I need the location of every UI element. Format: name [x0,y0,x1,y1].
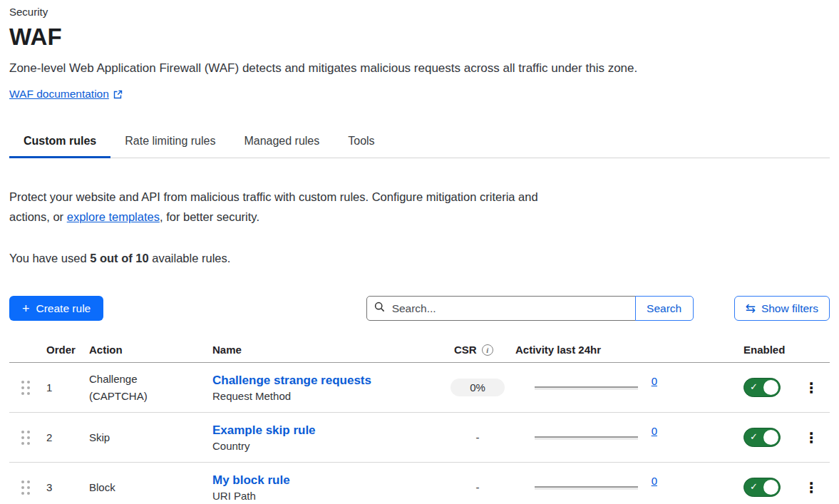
rules-toolbar: + Create rule Search ⇆ Show filt [9,296,830,321]
activity-cell: 0 [510,375,663,401]
rules-table-header: Order Action Name CSR i Activity last 24… [9,339,830,363]
csr-label: CSR [454,344,477,356]
enabled-toggle[interactable]: ✓ [743,478,781,497]
rule-order: 1 [37,381,80,394]
header-action: Action [80,344,203,356]
rules-usage-summary: You have used 5 out of 10 available rule… [9,252,830,265]
csr-value: 0% [451,379,505,396]
kebab-menu-icon[interactable]: ⋮ [798,478,824,498]
intro-text-after: , for better security. [160,210,259,223]
csr-value: - [476,431,480,443]
header-csr: CSR i [446,344,510,356]
tab-custom-rules[interactable]: Custom rules [9,125,110,158]
rule-name-link[interactable]: Example skip rule [212,423,446,438]
waf-page: Security WAF Zone-level Web Application … [0,0,839,504]
activity-count-link[interactable]: 0 [652,425,657,437]
kebab-menu-icon[interactable]: ⋮ [798,428,824,448]
activity-sparkline [535,436,638,440]
toggle-knob [763,380,778,395]
explore-templates-link[interactable]: explore templates [67,210,160,223]
swap-arrows-icon: ⇆ [746,302,756,314]
rule-action: Skip [80,429,203,446]
search-input[interactable] [391,302,628,316]
kebab-menu-icon[interactable]: ⋮ [798,378,824,398]
rule-match-field: URI Path [212,490,446,502]
rule-action: Block [80,479,203,496]
drag-handle-icon[interactable] [21,431,30,445]
header-name: Name [203,344,446,356]
table-row: 3 Block My block rule URI Path - 0 ✓ ⋮ [9,463,830,504]
search-combo: Search [366,296,694,321]
enabled-toggle[interactable]: ✓ [743,378,781,397]
search-button[interactable]: Search [635,296,694,321]
csr-value: - [476,481,480,493]
external-link-icon [113,90,123,99]
info-icon[interactable]: i [482,344,493,356]
activity-sparkline [535,486,638,490]
rule-name-link[interactable]: Challenge strange requests [212,374,446,388]
header-enabled: Enabled [734,344,793,356]
table-row: 2 Skip Example skip rule Country - 0 ✓ ⋮ [9,413,830,463]
usage-count: 5 out of 10 [90,252,149,264]
rule-name-link[interactable]: My block rule [212,473,446,488]
search-box [366,296,636,321]
activity-count-link[interactable]: 0 [652,375,657,387]
create-rule-button[interactable]: + Create rule [9,296,103,321]
breadcrumb-section: Security [9,6,830,18]
rule-order: 3 [37,481,80,493]
table-row: 1 Challenge (CAPTCHA) Challenge strange … [9,363,830,413]
page-title: WAF [9,24,830,51]
toggle-knob [763,430,778,445]
create-rule-label: Create rule [36,302,91,315]
tab-managed-rules[interactable]: Managed rules [230,125,334,158]
check-icon: ✓ [750,431,758,442]
drag-handle-icon[interactable] [21,381,30,395]
header-order: Order [37,344,80,356]
show-filters-label: Show filters [761,302,818,315]
rule-match-field: Country [212,440,446,452]
activity-count-link[interactable]: 0 [652,475,657,487]
waf-tabs: Custom rules Rate limiting rules Managed… [9,125,830,158]
usage-prefix: You have used [9,252,90,264]
page-description: Zone-level Web Application Firewall (WAF… [9,61,830,76]
activity-sparkline [535,386,638,390]
rule-order: 2 [37,431,80,443]
rule-action: Challenge (CAPTCHA) [80,371,203,405]
check-icon: ✓ [750,381,758,392]
enabled-toggle[interactable]: ✓ [743,428,781,447]
activity-cell: 0 [510,425,663,451]
activity-cell: 0 [510,475,663,500]
waf-documentation-link[interactable]: WAF documentation [9,88,109,101]
check-icon: ✓ [750,481,758,492]
toggle-knob [763,480,778,495]
usage-suffix: available rules. [149,252,231,264]
header-activity: Activity last 24hr [510,344,663,356]
table-body: 1 Challenge (CAPTCHA) Challenge strange … [9,363,830,504]
search-icon [374,302,385,315]
tab-tools[interactable]: Tools [334,125,388,158]
rule-match-field: Request Method [212,390,446,402]
custom-rules-intro: Protect your website and API from malici… [9,187,540,227]
plus-icon: + [22,302,30,315]
tab-rate-limiting-rules[interactable]: Rate limiting rules [110,125,230,158]
show-filters-button[interactable]: ⇆ Show filters [734,296,830,321]
drag-handle-icon[interactable] [21,480,30,495]
